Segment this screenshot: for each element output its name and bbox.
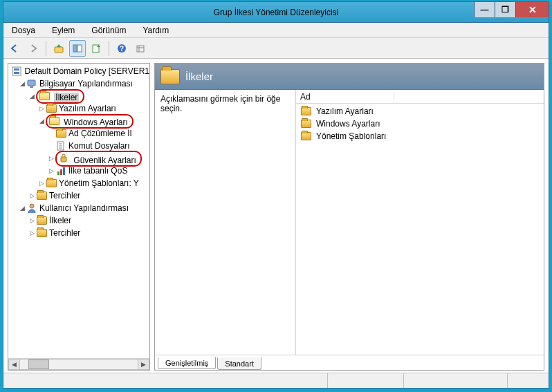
tree-yonetim-label: Yönetim Şablonları: Y [59,178,139,188]
tree-hscrollbar[interactable]: ◀ ▶ [8,358,149,370]
tree-kullanici[interactable]: ◢ Kullanıcı Yapılandırması [8,202,149,214]
tree-kullanici-label: Kullanıcı Yapılandırması [39,203,129,213]
expand-icon[interactable]: ▷ [28,217,36,224]
up-folder-button[interactable] [50,40,67,57]
list-item[interactable]: Yönetim Şablonları [296,130,544,142]
tab-standart[interactable]: Standart [217,357,261,370]
tree-qos[interactable]: ▷ İlke tabanlı QoS [8,165,149,177]
scroll-right-button[interactable]: ▶ [138,359,149,370]
status-cell [3,373,327,388]
list-header[interactable]: Ad [296,90,544,104]
expand-icon[interactable]: ▷ [28,230,36,236]
svg-rect-2 [77,45,82,52]
scroll-left-button[interactable]: ◀ [8,359,20,370]
tree-yonetim[interactable]: ▷ Yönetim Şablonları: Y [8,177,149,189]
tree-k-ilkeler[interactable]: ▷ İlkeler [8,214,149,227]
security-icon [58,152,69,163]
detail-tabs: Genişletilmiş Standart [155,355,544,370]
folder-icon [36,190,47,201]
folder-open-icon [48,115,59,127]
tree-adcozumleme-label: Ad Çözümleme İl [68,129,131,138]
filter-button[interactable] [132,40,149,57]
menubar: Dosya Eylem Görünüm Yardım [3,23,549,38]
list-item[interactable]: Windows Ayarları [296,118,544,130]
titlebar[interactable]: Grup İlkesi Yönetimi Düzenleyicisi — ❐ ✕ [3,2,549,23]
tree-k-tercihler[interactable]: ▷ Tercihler [8,227,149,239]
folder-open-icon [160,69,180,84]
detail-body: Açıklamasını görmek için bir öğe seçin. … [155,90,544,355]
svg-rect-1 [73,45,77,52]
tree-qos-label: İlke tabanlı QoS [68,166,127,176]
menu-gorunum[interactable]: Görünüm [87,24,130,37]
list-column: Ad Yazılım Ayarları Windows Ayarları [296,90,544,355]
back-button[interactable] [6,40,23,57]
forward-button[interactable] [25,40,42,57]
tree-ilkeler-label: İlkeler [54,93,79,102]
svg-rect-11 [14,72,19,74]
tree-yazilim[interactable]: ▷ Yazılım Ayarları [8,102,149,115]
toolbar-separator [46,41,46,56]
detail-pane: İlkeler Açıklamasını görmek için bir öğe… [154,63,544,371]
collapse-icon[interactable]: ◢ [28,93,36,100]
folder-icon [300,131,311,142]
expand-icon[interactable]: ▷ [47,155,55,162]
svg-rect-10 [14,68,19,71]
tree-guvenlik[interactable]: ▷ Güvenlik Ayarları [8,152,149,165]
tab-genisletilmis[interactable]: Genişletilmiş [158,357,216,369]
tree-windows[interactable]: ◢ Windows Ayarları [8,115,149,127]
expand-icon[interactable]: ▷ [47,167,55,174]
tree-bilgisayar-label: Bilgisayar Yapılandırması [39,79,133,88]
tree-bilgisayar[interactable]: ◢ Bilgisayar Yapılandırması [8,77,149,90]
list-item[interactable]: Yazılım Ayarları [296,105,544,118]
maximize-button[interactable]: ❐ [495,2,515,17]
list-body[interactable]: Yazılım Ayarları Windows Ayarları Yöneti… [296,104,544,355]
folder-open-icon [39,91,50,102]
tree-root-label: Default Domain Policy [SERVER1 [24,66,149,76]
menu-dosya[interactable]: Dosya [8,24,39,37]
collapse-icon[interactable]: ◢ [37,118,46,124]
status-cell [507,373,549,388]
detail-header: İlkeler [155,64,544,90]
expand-icon[interactable]: ▷ [37,105,46,112]
tree-komut-label: Komut Dosyaları [68,141,130,151]
computer-config-icon [26,78,37,89]
folder-icon [46,178,57,189]
show-tree-button[interactable] [69,40,86,57]
collapse-icon[interactable]: ◢ [18,80,26,87]
svg-text:?: ? [120,45,124,53]
folder-icon [300,118,311,129]
console-tree[interactable]: Default Domain Policy [SERVER1 ◢ Bilgisa… [8,64,149,358]
menu-eylem[interactable]: Eylem [48,24,79,37]
tree-adcozumleme[interactable]: Ad Çözümleme İl [8,127,149,140]
gpeditor-window: Grup İlkesi Yönetimi Düzenleyicisi — ❐ ✕… [3,1,549,389]
statusbar [3,373,549,388]
list-item-label: Yönetim Şablonları [316,131,386,141]
toolbar: ? [3,38,549,59]
user-config-icon [26,203,37,214]
policy-root-icon [11,66,22,77]
svg-rect-6 [137,46,144,52]
close-button[interactable]: ✕ [515,2,549,17]
help-button[interactable]: ? [113,40,130,57]
minimize-button[interactable]: — [474,2,495,17]
folder-icon [55,128,66,139]
svg-point-19 [30,204,34,208]
main-body: Default Domain Policy [SERVER1 ◢ Bilgisa… [3,59,549,373]
tree-k-ilkeler-label: İlkeler [49,216,71,225]
tree-ilkeler[interactable]: ◢ İlkeler [8,90,149,102]
expand-icon[interactable]: ▷ [28,192,36,199]
menu-yardim[interactable]: Yardım [138,24,173,37]
highlight-ring: Windows Ayarları [46,114,134,129]
svg-rect-18 [63,167,65,175]
tree-root[interactable]: Default Domain Policy [SERVER1 [8,65,149,77]
column-ad[interactable]: Ad [300,92,394,102]
description-text: Açıklamasını görmek için bir öğe seçin. [160,94,280,113]
qos-icon [55,165,66,176]
export-button[interactable] [88,40,104,57]
tree-tercihler[interactable]: ▷ Tercihler [8,189,149,202]
scroll-thumb[interactable] [28,360,49,369]
expand-icon[interactable]: ▷ [37,180,46,187]
list-item-label: Yazılım Ayarları [316,106,374,116]
collapse-icon[interactable]: ◢ [18,205,26,212]
scroll-track[interactable] [20,359,138,370]
